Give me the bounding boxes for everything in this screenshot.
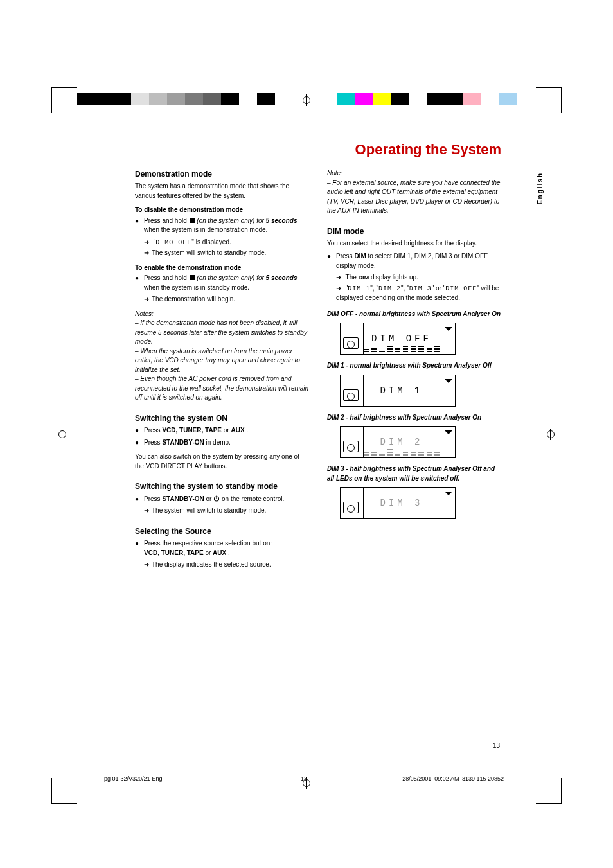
footer-code: 3139 115 20852 [462,775,504,782]
note-3: – Even though the AC power cord is remov… [135,375,309,403]
bullet-icon: ● [135,427,139,436]
footer-right: 28/05/2001, 09:02 AM 3139 115 20852 [371,775,504,782]
registration-crosshair [545,429,556,440]
registration-crosshair [57,429,68,440]
sbpre: Press [144,495,162,502]
l1or: or [224,427,231,434]
disable-tail: when the system is in demonstration mode… [144,226,267,233]
m3: " or " [432,285,446,292]
seg-demo-off: DEMO OFF [155,239,191,246]
selend: . [228,549,230,556]
l2btn: STANDBY-ON [162,439,204,446]
dim-heading: DIM mode [327,224,501,237]
page-number: 13 [493,742,500,749]
dim-press: ● Press DIM to select DIM 1, DIM 2, DIM … [327,252,501,270]
stop-icon [189,274,195,281]
dp1: Press [336,252,354,260]
selecting-heading: Selecting the Source [135,524,309,537]
dim-result2: "DIM 1", "DIM 2", "DIM 3" or "DIM OFF" w… [336,284,501,303]
disc-icon [343,389,359,401]
disable-heading: To disable the demonstration mode [135,206,309,215]
right-note: Note: – For an external source, make sur… [327,169,501,216]
demo-mode-intro: The system has a demonstration mode that… [135,182,309,200]
display-dim3: DIM 3 [340,487,456,519]
seg-dim3: DIM 3 [409,285,432,292]
l1last: AUX [231,427,244,434]
display-dim-off: DIM OFF [340,323,456,355]
l1pre: Press [144,427,162,434]
power-icon [213,495,220,502]
triangle-icon [445,492,452,495]
selline: Press the respective source selection bu… [144,540,272,547]
disc-icon [343,502,359,513]
stop-icon [189,217,195,224]
switch-on-line2: ● Press STANDBY-ON in demo. [135,438,309,448]
note-1: – If the demonstration mode has not been… [135,319,309,347]
bullet-icon: ● [135,218,139,235]
sbor: or [206,495,214,502]
enable-heading: To enable the demonstration mode [135,263,309,273]
language-tab: English [537,172,544,204]
seg-dim2: DIM 2 [378,285,401,292]
disable-press-text: Press and hold [144,217,189,224]
disable-instruction: ● Press and hold (on the system only) fo… [135,217,309,235]
dp2: DIM [354,252,366,260]
dim-result1: The DIM display lights up. [336,273,501,283]
sbend: on the remote control. [222,495,284,502]
selitems: VCD, TUNER, TAPE [144,549,204,556]
display-text: DIM 1 [364,384,440,397]
bullet-icon: ● [135,439,139,448]
disable-seconds: 5 seconds [266,217,298,224]
triangle-icon [445,379,452,383]
dr1c: display lights up. [369,274,418,281]
sellast: AUX [213,549,226,556]
dim3-label: DIM 3 - half brightness with Spectrum An… [327,465,501,483]
crop-mark-bl [51,778,77,804]
triangle-icon [445,327,452,331]
enable-press-text: Press and hold [144,274,189,281]
display-dim2: DIM 2 [340,426,456,458]
note-body: – For an external source, make sure you … [327,179,501,216]
dim1-label: DIM 1 - normal brightness with Spectrum … [327,361,501,371]
q2: " is displayed. [191,238,231,245]
notes-block: Notes: – If the demonstration mode has n… [135,310,309,403]
selor: or [205,549,213,556]
disc-icon [343,337,359,349]
seg-dimoff: DIM OFF [445,285,477,292]
dr1a: The [346,274,359,281]
enable-instruction: ● Press and hold (on the system only) fo… [135,274,309,292]
spectrum-analyser [364,447,440,456]
seg-dim1: DIM 1 [348,285,370,292]
note-2: – When the system is switched on from th… [135,347,309,375]
switch-on-line1: ● Press VCD, TUNER, TAPE or AUX . [135,426,309,436]
demo-mode-heading: Demonstration mode [135,169,309,180]
selecting-line: ● Press the respective source selection … [135,539,309,558]
footer-center: 13 [237,775,370,782]
left-column: Demonstration mode The system has a demo… [135,169,309,571]
footer-date: 28/05/2001, 09:02 AM [402,775,459,782]
disc-icon [343,441,359,452]
footer: pg 01-32/V320/21-Eng 13 28/05/2001, 09:0… [104,775,504,782]
dr1b: DIM [359,274,369,281]
note-label: Note: [327,169,501,179]
l1items: VCD, TUNER, TAPE [162,427,222,434]
footer-left: pg 01-32/V320/21-Eng [104,775,237,782]
switch-standby-heading: Switching the system to standby mode [135,479,309,492]
m1: ", " [370,285,378,292]
right-column: Note: – For an external source, make sur… [327,169,501,571]
disable-result1: "DEMO OFF" is displayed. [144,238,309,248]
enable-tail: when the system is in standby mode. [144,284,249,291]
switch-standby-line: ● Press STANDBY-ON or on the remote cont… [135,495,309,504]
enable-after: (on the system only) for [197,274,265,281]
l1end: . [246,427,248,434]
triangle-icon [445,430,452,434]
disable-after: (on the system only) for [197,217,265,224]
enable-result: The demonstration will begin. [144,295,309,305]
switch-on-para: You can also switch on the system by pre… [135,452,309,471]
svg-rect-1 [190,275,195,280]
enable-seconds: 5 seconds [266,274,298,281]
bullet-icon: ● [327,253,331,270]
notes-label: Notes: [135,310,309,319]
registration-bars [0,93,613,119]
bullet-icon: ● [135,496,139,504]
